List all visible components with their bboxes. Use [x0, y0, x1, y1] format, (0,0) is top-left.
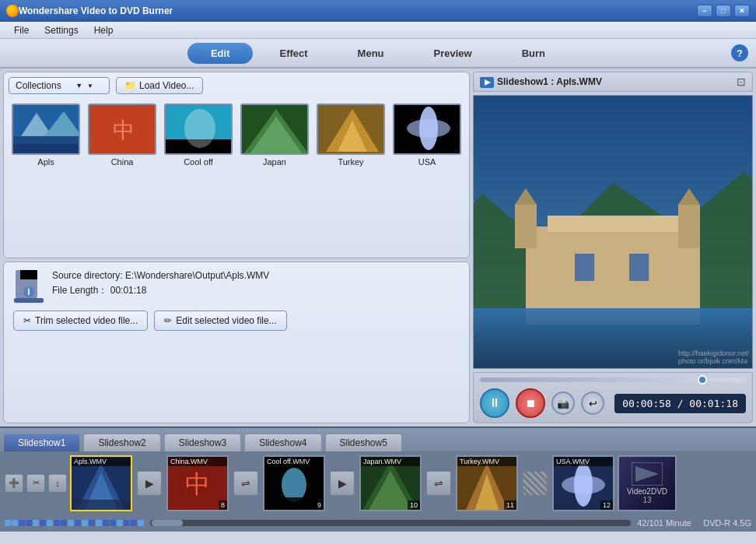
clip-japan[interactable]: Japan.WMV 10 [359, 455, 422, 511]
load-video-label: Load Video... [139, 80, 194, 91]
edit-video-button[interactable]: ✏ Edit selected video file... [154, 311, 286, 331]
tab-burn[interactable]: Burn [499, 43, 569, 64]
menu-help[interactable]: Help [86, 23, 121, 37]
transition-3[interactable]: ▶ [330, 471, 355, 496]
share-button[interactable]: ↩ [581, 391, 604, 415]
timeline-thumb[interactable] [698, 375, 707, 384]
nav-tabs: Edit Effect Menu Preview Burn ? [0, 39, 756, 68]
clip-china[interactable]: 中 China.WMV 8 [166, 455, 229, 511]
dropdown-arrow-icon: ▼ [75, 82, 82, 89]
thumb-japan[interactable]: Japan [240, 104, 309, 167]
scrollbar-thumb[interactable] [152, 520, 183, 526]
thumb-cooloff[interactable]: Cool off [164, 104, 233, 167]
collections-dropdown[interactable]: Collections ▼ [9, 77, 110, 94]
load-video-button[interactable]: 📁 Load Video... [116, 77, 203, 94]
thumb-china[interactable]: 中 China [88, 104, 156, 167]
dot-20 [138, 520, 144, 526]
file-length-value: 00:01:18 [110, 285, 147, 296]
dot-1 [5, 520, 11, 526]
clip-apls[interactable]: Apls.WMV [70, 455, 132, 511]
thumb-turkey[interactable]: Turkey [317, 104, 385, 167]
transition-4[interactable]: ⇌ [426, 471, 451, 496]
window-controls: − □ ✕ [697, 5, 750, 17]
thumb-usa[interactable]: USA [393, 104, 461, 167]
thumbnail-grid: Apls 中 China Cool off [9, 100, 464, 170]
move-clip-button[interactable]: ↕ [48, 474, 67, 493]
svg-text:i: i [27, 286, 30, 297]
svg-rect-35 [575, 254, 594, 281]
ss-tab-4[interactable]: Slideshow4 [244, 433, 321, 451]
dot-11 [75, 520, 81, 526]
clip-usa[interactable]: USA.WMV 12 [552, 455, 614, 511]
remove-clip-button[interactable]: ✂ [26, 474, 45, 493]
maximize-button[interactable]: □ [716, 5, 731, 17]
clip-video2dvd[interactable]: Video2DVD 13 [618, 455, 677, 511]
dvd-label: DVD-R 4.5G [703, 518, 751, 528]
thumb-cooloff-img [164, 104, 233, 155]
transition-1[interactable]: ▶ [137, 471, 162, 496]
dot-2 [12, 520, 18, 526]
collections-area: Collections ▼ 📁 Load Video... Apls [3, 72, 470, 258]
svg-rect-36 [629, 254, 649, 281]
dot-3 [19, 520, 25, 526]
ss-tab-3[interactable]: Slideshow3 [164, 433, 241, 451]
tools-and-filmstrip: ➕ ✂ ↕ Apls.WMV ▶ 中 China.WMV 8 ⇌ [0, 451, 756, 514]
tab-preview[interactable]: Preview [411, 43, 495, 64]
clip-cooloff[interactable]: Cool off.WMV 9 [263, 455, 325, 511]
dot-12 [82, 520, 88, 526]
ss-tab-5[interactable]: Slideshow5 [325, 433, 402, 451]
source-dir-line: Source directory: E:\Wondershare\Output\… [52, 270, 460, 281]
collections-label: Collections [16, 80, 61, 91]
dot-6 [40, 520, 46, 526]
tab-edit[interactable]: Edit [187, 43, 254, 64]
stop-button[interactable]: ⏹ [516, 388, 545, 418]
file-info-icon: i [13, 270, 44, 301]
dot-17 [117, 520, 123, 526]
close-button[interactable]: ✕ [734, 5, 750, 17]
collections-toolbar: Collections ▼ 📁 Load Video... [9, 77, 464, 94]
thumb-apls-label: Apls [37, 157, 54, 167]
dot-10 [68, 520, 74, 526]
menu-file[interactable]: File [6, 23, 37, 37]
ss-tab-1[interactable]: Slideshow1 [3, 433, 80, 451]
menubar: File Settings Help [0, 22, 756, 39]
clip-apls-label: Apls.WMV [72, 457, 131, 466]
thumb-turkey-label: Turkey [338, 157, 363, 167]
svg-point-19 [407, 119, 450, 138]
svg-text:中: 中 [113, 118, 135, 142]
thumb-turkey-img [317, 104, 385, 155]
help-button[interactable]: ? [731, 44, 748, 61]
progress-label: 42/101 Minute [637, 518, 691, 528]
timeline-scrollbar[interactable] [150, 520, 631, 526]
dot-19 [131, 520, 137, 526]
ss-tab-2[interactable]: Slideshow2 [83, 433, 160, 451]
svg-marker-59 [635, 466, 659, 482]
menu-settings[interactable]: Settings [37, 23, 86, 37]
clip-japan-label: Japan.WMV [361, 457, 420, 466]
trim-video-button[interactable]: ✂ Trim selected video file... [13, 311, 148, 331]
progress-info: 42/101 Minute DVD-R 4.5G [637, 518, 751, 528]
timeline-scrubber[interactable] [480, 377, 746, 382]
statusbar: 42/101 Minute DVD-R 4.5G [0, 514, 756, 532]
transition-2[interactable]: ⇌ [233, 471, 258, 496]
add-clip-button[interactable]: ➕ [5, 474, 23, 493]
dot-4 [26, 520, 32, 526]
source-dir-label: Source directory: [52, 270, 123, 281]
thumb-apls[interactable]: Apls [12, 104, 80, 167]
minimize-button[interactable]: − [697, 5, 712, 17]
preview-icon [480, 77, 492, 86]
edit-label: Edit selected video file... [176, 315, 276, 326]
preview-header: Slideshow1 : Apls.WMV ⊡ [473, 72, 753, 92]
clip-turkey[interactable]: Turkey.WMV 11 [456, 455, 518, 511]
tab-effect[interactable]: Effect [256, 43, 331, 64]
tab-menu[interactable]: Menu [334, 43, 408, 64]
transition-5[interactable]: ⠀ [523, 471, 548, 496]
expand-button[interactable]: ⊡ [737, 75, 746, 88]
source-dir-value: E:\Wondershare\Output\Apls.WMV [125, 270, 269, 281]
thumb-cooloff-label: Cool off [184, 157, 213, 167]
slideshow-tabs-row: Slideshow1 Slideshow2 Slideshow3 Slidesh… [0, 428, 756, 451]
pause-button[interactable]: ⏸ [480, 388, 509, 418]
clip-turkey-num: 11 [504, 500, 516, 510]
svg-rect-4 [13, 144, 80, 155]
screenshot-button[interactable]: 📷 [551, 391, 575, 415]
